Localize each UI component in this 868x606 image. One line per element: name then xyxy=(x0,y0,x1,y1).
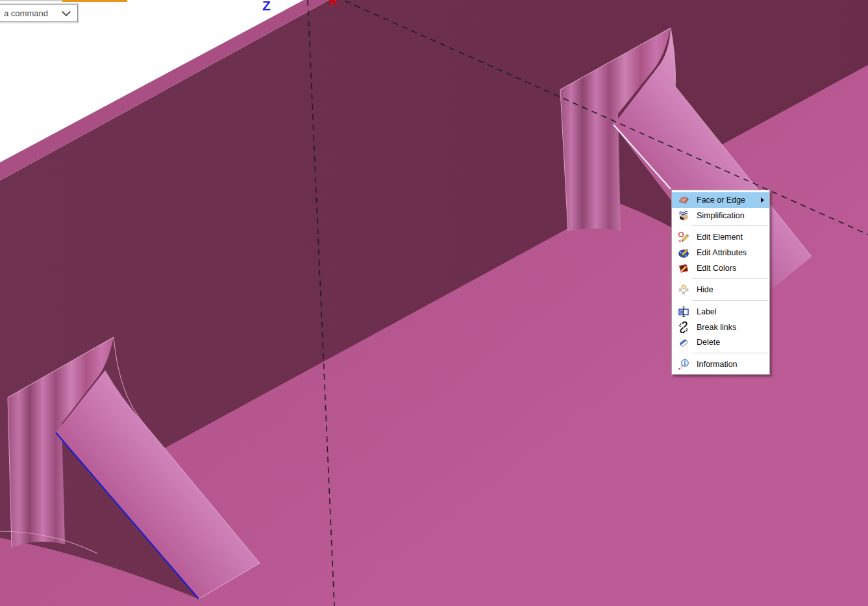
menu-item-label: Edit Element xyxy=(697,233,769,242)
toolbar-orange-strip xyxy=(62,0,127,2)
edit-element-icon xyxy=(675,231,692,243)
simplification-icon xyxy=(675,210,692,221)
label-icon xyxy=(675,306,692,318)
menu-item-information[interactable]: Information xyxy=(672,357,769,372)
menu-separator xyxy=(691,353,768,354)
menu-item-hide[interactable]: Hide xyxy=(672,282,769,297)
menu-item-edit-element[interactable]: Edit Element xyxy=(672,229,769,245)
menu-item-face-or-edge[interactable]: Face or Edge xyxy=(672,192,769,208)
command-combobox[interactable]: a command xyxy=(0,5,78,22)
menu-item-label: Edit Attributes xyxy=(697,248,769,257)
hide-icon xyxy=(675,284,692,296)
menu-item-label: Simplification xyxy=(697,211,769,220)
axis-z-label: Z xyxy=(262,0,271,13)
menu-item-break-links[interactable]: Break links xyxy=(672,320,769,335)
menu-item-edit-colors[interactable]: Edit Colors xyxy=(672,260,769,276)
menu-item-label: Break links xyxy=(697,323,769,332)
chevron-down-icon[interactable] xyxy=(62,7,71,16)
axis-x-label: X xyxy=(328,0,338,8)
menu-separator xyxy=(691,225,768,227)
menu-item-label: Edit Colors xyxy=(697,264,769,273)
submenu-arrow-icon xyxy=(761,197,764,203)
menu-item-edit-attributes[interactable]: Edit Attributes xyxy=(672,245,769,260)
menu-item-simplification[interactable]: Simplification xyxy=(672,208,769,223)
break-links-icon xyxy=(675,322,692,333)
toolbar-edge-line xyxy=(0,0,62,1)
edit-attributes-icon xyxy=(675,247,692,259)
context-menu: Face or EdgeSimplificationEdit ElementEd… xyxy=(671,190,770,375)
menu-item-label[interactable]: Label xyxy=(672,304,769,320)
menu-item-label: Hide xyxy=(697,285,769,294)
information-icon xyxy=(675,359,692,370)
app-window: Z X a command Face or EdgeSimplification… xyxy=(0,0,868,606)
menu-item-delete[interactable]: Delete xyxy=(672,335,769,351)
menu-item-label: Label xyxy=(697,307,769,316)
delete-icon xyxy=(675,336,692,348)
face-icon xyxy=(675,194,692,206)
menu-item-label: Delete xyxy=(697,338,769,347)
edit-colors-icon xyxy=(675,262,692,274)
menu-item-label: Information xyxy=(697,360,769,369)
menu-item-label: Face or Edge xyxy=(697,196,761,205)
command-combobox-value[interactable]: a command xyxy=(0,8,63,18)
menu-separator xyxy=(691,300,768,301)
menu-separator xyxy=(691,278,768,279)
